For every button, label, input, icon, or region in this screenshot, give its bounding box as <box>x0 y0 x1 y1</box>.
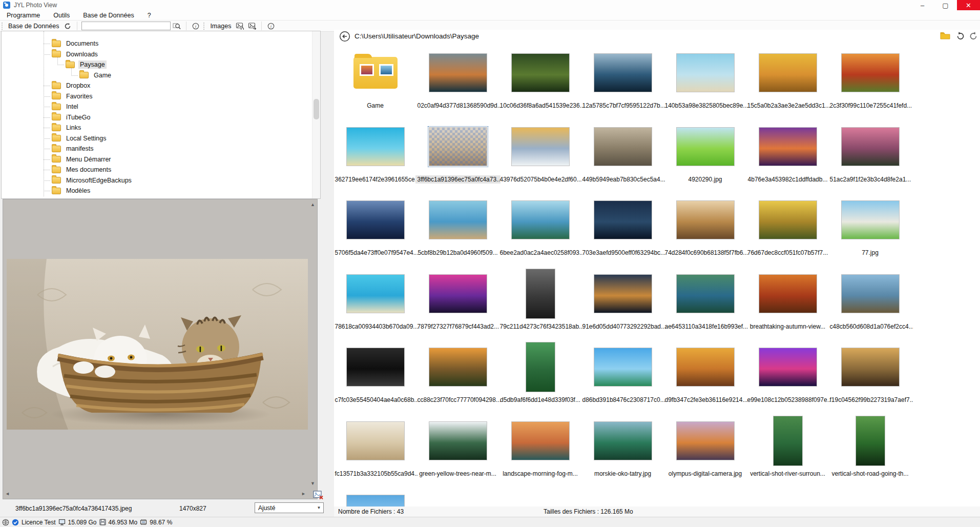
file-thumbnail[interactable] <box>677 422 734 460</box>
file-item[interactable]: 74d284f0c690b68138f5f7fb6... <box>664 193 746 267</box>
menu-outils[interactable]: Outils <box>47 12 76 19</box>
file-thumbnail[interactable] <box>677 348 734 386</box>
file-item[interactable]: Game <box>334 46 416 120</box>
file-thumbnail[interactable] <box>347 348 404 386</box>
search-images-icon[interactable] <box>172 22 182 30</box>
file-thumbnail[interactable] <box>759 275 817 313</box>
file-item[interactable]: morskie-oko-tatry.jpg <box>581 414 664 488</box>
menu-programme[interactable]: Programme <box>0 12 47 19</box>
file-thumbnail[interactable] <box>594 54 652 92</box>
toolbar-grip[interactable] <box>203 23 206 30</box>
file-item[interactable]: 43976d52075b4b0e4e2df60... <box>499 120 581 194</box>
tree-node[interactable]: Downloads <box>2 49 312 60</box>
file-item[interactable]: 91e6d05dd40773292292bad... <box>581 267 664 341</box>
file-thumbnail[interactable] <box>347 422 404 460</box>
file-item[interactable]: ae6453110a3418fe16b993ef... <box>664 267 746 341</box>
toolbar-grip[interactable] <box>2 23 5 30</box>
file-item[interactable]: e99e108c12b05238988f097e... <box>746 340 829 414</box>
tree-node[interactable]: Local Settings <box>2 133 312 144</box>
file-thumbnail[interactable] <box>759 348 817 386</box>
file-item[interactable]: d86bd391b8476c2308717c0... <box>581 340 664 414</box>
tree-node[interactable]: Dropbox <box>2 80 312 91</box>
file-item[interactable]: 10c06d36f8a6ad541539e236... <box>499 46 581 120</box>
file-thumbnail[interactable] <box>594 422 652 460</box>
tree-node[interactable]: manifests <box>2 144 312 154</box>
file-thumbnail[interactable] <box>594 128 652 166</box>
preview-scroll-up[interactable]: ▲ <box>310 202 315 207</box>
file-item[interactable]: 703e3aefd9500eff0f63294bc... <box>581 193 664 267</box>
file-thumbnail[interactable] <box>429 128 487 166</box>
file-thumbnail[interactable] <box>856 416 885 465</box>
file-thumbnail[interactable] <box>512 128 569 166</box>
zoom-mode-select[interactable]: Ajusté ▼ <box>255 502 324 513</box>
file-thumbnail[interactable] <box>512 201 569 239</box>
file-item[interactable]: 4b76e3a453982c1ddffdadb... <box>746 120 829 194</box>
file-item[interactable]: 02c0af94d377d81368590d9d... <box>416 46 499 120</box>
db-refresh-icon[interactable] <box>62 22 73 30</box>
minimize-button[interactable]: – <box>911 0 934 10</box>
tree-node[interactable]: Mes documents <box>2 165 312 175</box>
file-thumbnail[interactable] <box>512 422 569 460</box>
tree-node[interactable]: Game <box>2 70 312 81</box>
file-thumbnail[interactable] <box>842 54 899 92</box>
file-item[interactable]: 15c5a0b2a3ae3e2ae5dd3c1... <box>746 46 829 120</box>
file-thumbnail[interactable] <box>429 348 487 386</box>
preview-scroll-right[interactable]: ► <box>301 492 306 496</box>
file-item[interactable] <box>334 488 416 506</box>
image-export-icon[interactable] <box>247 22 257 30</box>
file-item[interactable]: fc13571b3a332105b55ca9d4... <box>334 414 416 488</box>
file-thumbnail[interactable] <box>429 201 487 239</box>
file-item[interactable]: vertical-shot-river-surroun... <box>746 414 829 488</box>
open-folder-icon[interactable] <box>940 31 950 42</box>
file-thumbnail[interactable] <box>842 128 899 166</box>
image-rotate-icon[interactable] <box>235 22 245 30</box>
file-thumbnail[interactable] <box>594 348 652 386</box>
file-item[interactable]: 2c3f30f99c110e7255c41fefd... <box>829 46 911 120</box>
file-item[interactable]: c7fc03e55450404ae4a0c68b... <box>334 340 416 414</box>
file-item[interactable]: 51ac2a9f1f2e3b3c4d8fe2a1... <box>829 120 911 194</box>
file-thumbnail[interactable] <box>347 495 404 506</box>
file-thumbnail[interactable] <box>347 201 404 239</box>
file-item[interactable]: landscape-morning-fog-m... <box>499 414 581 488</box>
tree-node[interactable]: Modèles <box>2 186 312 196</box>
search-input[interactable] <box>81 22 171 30</box>
tree-node[interactable]: iTubeGo <box>2 112 312 123</box>
maximize-button[interactable]: ▢ <box>934 0 957 10</box>
file-item[interactable]: 449b5949eab7b830c5ec5a4... <box>581 120 664 194</box>
file-thumbnail[interactable] <box>759 54 817 92</box>
file-item[interactable]: d9fb347c2fe3eb36116e9214... <box>664 340 746 414</box>
file-thumbnail[interactable] <box>347 275 404 313</box>
file-thumbnail[interactable] <box>677 201 734 239</box>
file-thumbnail[interactable] <box>774 416 802 465</box>
file-thumbnail[interactable] <box>677 275 734 313</box>
file-item[interactable]: breathtaking-autumn-view... <box>746 267 829 341</box>
refresh-back-icon[interactable] <box>955 31 965 43</box>
preview-scroll-down[interactable]: ▼ <box>310 481 315 486</box>
tree-node[interactable]: MicrosoftEdgeBackups <box>2 175 312 186</box>
file-thumbnail[interactable] <box>429 54 487 92</box>
tree-node[interactable]: Menu Démarrer <box>2 154 312 165</box>
menu-base-de-donnees[interactable]: Base de Données <box>76 12 140 19</box>
tree-scrollbar-thumb[interactable] <box>314 99 319 119</box>
file-thumbnail[interactable] <box>512 54 569 92</box>
back-button[interactable] <box>339 31 350 44</box>
file-thumbnail[interactable] <box>677 128 734 166</box>
tree-node[interactable]: Documents <box>2 38 312 49</box>
file-item[interactable]: 12a5785c7bf7cf9595122d7b... <box>581 46 664 120</box>
file-thumbnail[interactable] <box>353 57 398 89</box>
file-item[interactable]: green-yellow-trees-near-m... <box>416 414 499 488</box>
file-thumbnail[interactable] <box>759 128 817 166</box>
file-item[interactable]: 76d67dec8ccf051fc07b57f7... <box>746 193 829 267</box>
file-thumbnail[interactable] <box>842 201 899 239</box>
file-item[interactable]: cc88c23f70fcc77770f094298... <box>416 340 499 414</box>
file-item[interactable]: 4920290.jpg <box>664 120 746 194</box>
tree-node[interactable]: Paysage <box>2 59 312 70</box>
file-item[interactable]: vertical-shot-road-going-th... <box>829 414 911 488</box>
file-item[interactable]: 362719ee6174f2e3961655ce... <box>334 120 416 194</box>
file-item[interactable]: 77.jpg <box>829 193 911 267</box>
close-button[interactable]: ✕ <box>957 0 980 10</box>
tree-scrollbar[interactable] <box>312 31 320 198</box>
file-item[interactable]: 3ff6bc1a91396ec75a0fc4a73... <box>416 120 499 194</box>
file-item[interactable]: 78618ca00934403b670da09... <box>334 267 416 341</box>
file-thumbnail[interactable] <box>429 422 487 460</box>
